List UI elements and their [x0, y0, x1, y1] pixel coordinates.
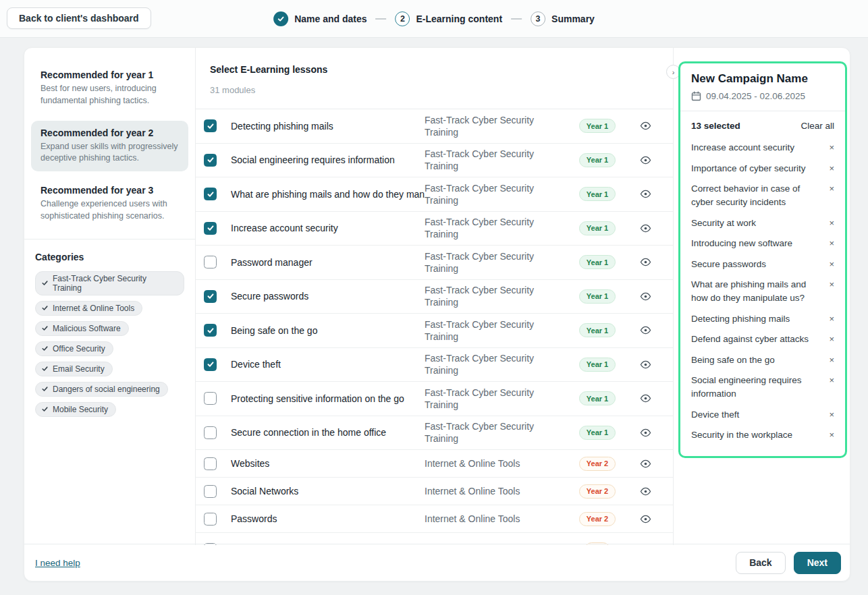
recommendation-title: Recommended for year 2	[40, 128, 179, 138]
campaign-summary-panel: New Campaign Name 09.04.2025 - 02.06.202…	[678, 61, 847, 458]
clear-all-button[interactable]: Clear all	[801, 121, 834, 131]
preview-eye-icon[interactable]	[640, 256, 651, 268]
lesson-row[interactable]: Secure passwords Fast-Track Cyber Securi…	[196, 280, 673, 314]
lesson-checkbox[interactable]	[204, 513, 217, 526]
lesson-row[interactable]: Social engineering requires information …	[196, 144, 673, 178]
lesson-checkbox[interactable]	[204, 485, 217, 498]
selected-lesson-label: Detecting phishing mails	[691, 312, 829, 326]
remove-item-button[interactable]: ×	[829, 408, 834, 422]
preview-eye-icon[interactable]	[640, 188, 651, 200]
lesson-row[interactable]: Password manager Fast-Track Cyber Securi…	[196, 246, 673, 280]
help-link[interactable]: I need help	[35, 558, 80, 568]
remove-item-button[interactable]: ×	[829, 237, 834, 250]
back-button[interactable]: Back	[736, 552, 785, 574]
selected-lesson-label: Security in the workplace	[691, 428, 829, 442]
check-icon	[207, 190, 215, 198]
lesson-row[interactable]: Passwords Internet & Online Tools Year 2	[196, 505, 673, 533]
lesson-checkbox[interactable]	[204, 457, 217, 470]
remove-item-button[interactable]: ×	[829, 182, 834, 196]
remove-item-button[interactable]: ×	[829, 258, 834, 271]
selected-count: 13 selected	[691, 121, 740, 131]
selected-lesson-label: Increase account security	[691, 141, 829, 154]
step-summary[interactable]: 3 Summary	[531, 11, 595, 26]
lesson-checkbox[interactable]	[204, 222, 217, 235]
recommendation-item[interactable]: Recommended for year 2 Expand user skill…	[31, 121, 188, 172]
lesson-checkbox[interactable]	[204, 154, 217, 167]
lesson-row[interactable]: Protecting sensitive information on the …	[196, 382, 673, 416]
category-chip-label: Mobile Security	[53, 405, 108, 414]
category-chip[interactable]: Mobile Security	[35, 402, 116, 417]
year-badge: Year 1	[579, 153, 616, 167]
back-to-dashboard-button[interactable]: Back to client's dashboard	[7, 7, 151, 29]
check-icon	[207, 360, 215, 368]
preview-eye-icon[interactable]	[640, 458, 651, 470]
step1-check-icon	[273, 11, 288, 26]
category-chip[interactable]: Fast-Track Cyber Security Training	[35, 271, 184, 295]
lesson-checkbox[interactable]	[204, 188, 217, 200]
year-badge: Year 1	[579, 358, 616, 372]
lesson-category: Fast-Track Cyber Security Training	[425, 148, 568, 172]
selected-lesson-label: Device theft	[691, 408, 829, 422]
selected-items-list: Increase account security × Importance o…	[691, 141, 834, 442]
lesson-category: Fast-Track Cyber Security Training	[425, 318, 568, 343]
check-icon	[41, 279, 49, 287]
lesson-checkbox[interactable]	[204, 119, 217, 132]
step3-label: Summary	[551, 13, 595, 24]
category-chip-label: Malicious Software	[53, 324, 121, 333]
lesson-row[interactable]: Device theft Fast-Track Cyber Security T…	[196, 348, 673, 382]
category-chip[interactable]: Dangers of social engineering	[35, 382, 168, 397]
remove-item-button[interactable]: ×	[829, 162, 834, 175]
remove-item-button[interactable]: ×	[829, 333, 834, 346]
recommendation-item[interactable]: Recommended for year 3 Challenge experie…	[31, 178, 188, 229]
lesson-row[interactable]: What are phishing mails and how do they …	[196, 177, 673, 212]
category-chip[interactable]: Office Security	[35, 341, 113, 356]
preview-eye-icon[interactable]	[640, 513, 651, 525]
lesson-row[interactable]: Increase account security Fast-Track Cyb…	[196, 212, 673, 246]
remove-item-button[interactable]: ×	[829, 217, 834, 230]
check-icon	[41, 385, 49, 393]
lesson-category: Fast-Track Cyber Security Training	[425, 250, 568, 275]
preview-eye-icon[interactable]	[640, 291, 651, 302]
remove-item-button[interactable]: ×	[829, 312, 834, 326]
lesson-category: Fast-Track Cyber Security Training	[425, 284, 568, 308]
remove-item-button[interactable]: ×	[829, 374, 834, 387]
lesson-row[interactable]: Detecting phishing mails Fast-Track Cybe…	[196, 109, 673, 144]
preview-eye-icon[interactable]	[640, 120, 651, 132]
lesson-name: Websites	[231, 458, 425, 469]
remove-item-button[interactable]: ×	[829, 141, 834, 154]
category-chip-label: Office Security	[53, 344, 105, 353]
lesson-row[interactable]: Being safe on the go Fast-Track Cyber Se…	[196, 314, 673, 348]
category-chip[interactable]: Email Security	[35, 362, 113, 376]
selected-lesson-item: Device theft ×	[691, 408, 834, 422]
lesson-row[interactable]: Secure connection in the home office Fas…	[196, 416, 673, 451]
lesson-row[interactable]: Websites Internet & Online Tools Year 2	[196, 450, 673, 478]
lesson-checkbox[interactable]	[204, 358, 217, 371]
lesson-checkbox[interactable]	[204, 290, 217, 303]
lesson-checkbox[interactable]	[204, 392, 217, 405]
remove-item-button[interactable]: ×	[829, 353, 834, 367]
next-button[interactable]: Next	[794, 552, 841, 574]
remove-item-button[interactable]: ×	[829, 278, 834, 291]
preview-eye-icon[interactable]	[640, 393, 651, 404]
remove-item-button[interactable]: ×	[829, 428, 834, 442]
category-chip[interactable]: Malicious Software	[35, 321, 129, 336]
preview-eye-icon[interactable]	[640, 427, 651, 438]
selected-lesson-item: Secure passwords ×	[691, 258, 834, 271]
lesson-checkbox[interactable]	[204, 426, 217, 439]
category-chip[interactable]: Internet & Online Tools	[35, 301, 142, 316]
step-name-and-dates[interactable]: Name and dates	[273, 11, 367, 26]
preview-eye-icon[interactable]	[640, 154, 651, 166]
year-badge: Year 1	[579, 255, 616, 269]
sidebar: Recommended for year 1 Best for new user…	[24, 48, 196, 545]
lesson-row[interactable]: Social Networks Internet & Online Tools …	[196, 478, 673, 505]
lesson-name: Password manager	[231, 257, 425, 268]
step-elearning-content[interactable]: 2 E-Learning content	[396, 11, 503, 26]
lesson-checkbox[interactable]	[204, 324, 217, 337]
preview-eye-icon[interactable]	[640, 324, 651, 336]
preview-eye-icon[interactable]	[640, 359, 651, 370]
lesson-name: Protecting sensitive information on the …	[231, 393, 425, 404]
preview-eye-icon[interactable]	[640, 223, 651, 234]
preview-eye-icon[interactable]	[640, 486, 651, 497]
lesson-checkbox[interactable]	[204, 256, 217, 268]
recommendation-item[interactable]: Recommended for year 1 Best for new user…	[31, 63, 188, 114]
